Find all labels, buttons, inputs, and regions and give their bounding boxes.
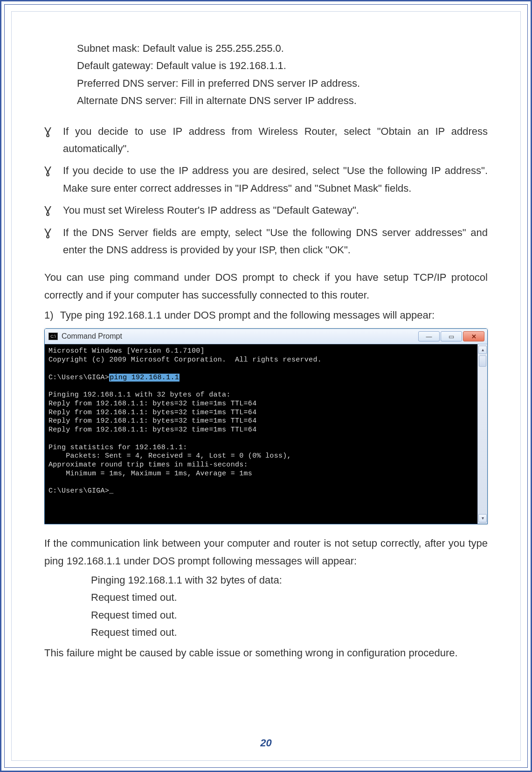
- outer-frame: Subnet mask: Default value is 255.255.25…: [4, 4, 528, 768]
- bullet-list: Ɣ If you decide to use IP address from W…: [44, 123, 488, 259]
- step-1: 1) Type ping 192.168.1.1 under DOS promp…: [44, 306, 488, 324]
- cmd-typed-command: ping 192.168.1.1: [109, 374, 180, 382]
- cmd-line: Reply from 192.168.1.1: bytes=32 time=1m…: [48, 426, 256, 434]
- fail-line: Pinging 192.168.1.1 with 32 bytes of dat…: [91, 571, 488, 589]
- cmd-line: Reply from 192.168.1.1: bytes=32 time=1m…: [48, 409, 256, 417]
- intro-line: Default gateway: Default value is 192.16…: [77, 57, 488, 74]
- content-frame: Subnet mask: Default value is 255.255.25…: [11, 11, 521, 761]
- window-titlebar[interactable]: C:\ Command Prompt — ▭ ✕: [45, 329, 487, 344]
- scroll-up-icon[interactable]: ▴: [478, 346, 487, 354]
- page-number: 20: [12, 737, 520, 749]
- bullet-icon: Ɣ: [44, 123, 51, 140]
- scrollbar[interactable]: ▴ ▾: [477, 344, 487, 524]
- scroll-thumb[interactable]: [479, 355, 486, 367]
- cmd-line: Ping statistics for 192.168.1.1:: [48, 444, 187, 452]
- bullet-text: If the DNS Server fields are empty, sele…: [63, 227, 488, 256]
- cmd-line: Approximate round trip times in milli-se…: [48, 461, 248, 469]
- bullet-text: If you decide to use IP address from Wir…: [63, 125, 488, 154]
- fail-note: This failure might be caused by cable is…: [44, 644, 488, 661]
- cmd-prompt: C:\Users\GIGA>: [48, 374, 109, 382]
- maximize-button[interactable]: ▭: [441, 331, 462, 341]
- bullet-icon: Ɣ: [44, 202, 51, 219]
- intro-line: Subnet mask: Default value is 255.255.25…: [77, 40, 488, 57]
- cmd-idle-prompt: C:\Users\GIGA>_: [48, 487, 114, 495]
- intro-block: Subnet mask: Default value is 255.255.25…: [77, 40, 488, 110]
- bullet-icon: Ɣ: [44, 162, 51, 179]
- bullet-icon: Ɣ: [44, 224, 51, 241]
- cmd-line: Minimum = 1ms, Maximum = 1ms, Average = …: [48, 470, 252, 478]
- fail-intro: If the communication link between your c…: [44, 535, 488, 570]
- window-buttons: — ▭ ✕: [418, 331, 484, 341]
- fail-line: Request timed out.: [91, 624, 488, 641]
- minimize-button[interactable]: —: [418, 331, 440, 341]
- bullet-item: Ɣ If the DNS Server fields are empty, se…: [44, 224, 488, 259]
- intro-line: Alternate DNS server: Fill in alternate …: [77, 92, 488, 109]
- bullet-item: Ɣ If you decide to use IP address from W…: [44, 123, 488, 158]
- bullet-text: You must set Wireless Router's IP addres…: [63, 204, 359, 216]
- cmd-output[interactable]: Microsoft Windows [Version 6.1.7100] Cop…: [45, 344, 477, 524]
- cmd-line: Pinging 192.168.1.1 with 32 bytes of dat…: [48, 391, 231, 399]
- step-text: Type ping 192.168.1.1 under DOS prompt a…: [60, 309, 435, 321]
- cmd-line: Reply from 192.168.1.1: bytes=32 time=1m…: [48, 417, 256, 425]
- cmd-line: Microsoft Windows [Version 6.1.7100]: [48, 347, 205, 355]
- fail-line: Request timed out.: [91, 606, 488, 624]
- bullet-item: Ɣ You must set Wireless Router's IP addr…: [44, 202, 488, 219]
- window-title: Command Prompt: [62, 332, 418, 341]
- ping-intro: You can use ping command under DOS promp…: [44, 269, 488, 304]
- command-prompt-window: C:\ Command Prompt — ▭ ✕ Microsoft Windo…: [44, 328, 488, 524]
- fail-line: Request timed out.: [91, 589, 488, 606]
- bullet-item: Ɣ If you decide to use the IP address yo…: [44, 162, 488, 197]
- close-button[interactable]: ✕: [463, 331, 484, 341]
- step-number: 1): [44, 306, 57, 324]
- bullet-text: If you decide to use the IP address you …: [63, 165, 488, 194]
- cmd-line: Copyright (c) 2009 Microsoft Corporation…: [48, 356, 322, 364]
- cmd-line: Packets: Sent = 4, Received = 4, Lost = …: [48, 452, 291, 460]
- cmd-body-wrap: Microsoft Windows [Version 6.1.7100] Cop…: [45, 344, 487, 524]
- cmd-icon: C:\: [48, 333, 58, 340]
- fail-block: Pinging 192.168.1.1 with 32 bytes of dat…: [91, 571, 488, 641]
- scroll-down-icon[interactable]: ▾: [478, 514, 487, 522]
- intro-line: Preferred DNS server: Fill in preferred …: [77, 75, 488, 92]
- document-page: Subnet mask: Default value is 255.255.25…: [0, 0, 532, 772]
- cmd-line: Reply from 192.168.1.1: bytes=32 time=1m…: [48, 400, 256, 408]
